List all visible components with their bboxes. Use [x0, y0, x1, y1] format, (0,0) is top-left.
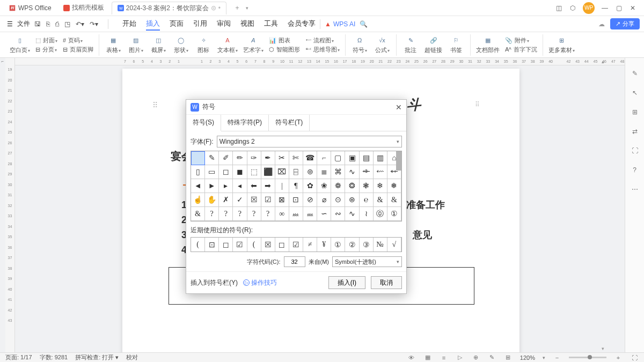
dialog-close-button[interactable]: ✕	[396, 103, 402, 112]
symbol-cell[interactable]: ❀	[317, 179, 331, 193]
equation-button[interactable]: √x公式	[374, 35, 391, 54]
symbol-cell[interactable]: ✿	[303, 179, 317, 193]
symbol-cell[interactable]: ⬛	[261, 165, 275, 179]
tools-icon[interactable]: ✎	[488, 354, 496, 361]
symbol-cell[interactable]: ▢	[331, 151, 345, 165]
symbol-cell[interactable]: ❄	[374, 179, 387, 193]
recent-symbol-cell[interactable]: ②	[345, 238, 359, 252]
symbol-cell[interactable]: ❃	[360, 179, 374, 193]
symbol-cell[interactable]: ✏	[233, 151, 247, 165]
tab-template-store[interactable]: 找稻壳模板	[58, 2, 109, 14]
tab-document-active[interactable]: W 2024-3-8 案例2：餐饮部宴会 ⊜ •	[112, 2, 226, 14]
zoom-in-button[interactable]: +	[614, 354, 623, 361]
symbol-cell[interactable]: ¶	[289, 179, 303, 193]
symbol-cell[interactable]: &	[387, 193, 401, 207]
recent-symbol-cell[interactable]: ☑	[233, 238, 247, 252]
recent-symbol-cell[interactable]: (	[247, 238, 261, 252]
select-icon[interactable]: ↖	[630, 88, 640, 98]
spell-check-status[interactable]: 拼写检查: 打开 ▾	[75, 353, 119, 361]
dialog-titlebar[interactable]: W 符号 ✕	[186, 100, 406, 115]
symbol-cell[interactable]: ⬲	[360, 165, 374, 179]
symbol-cell[interactable]: ✂	[275, 151, 289, 165]
symbol-cell[interactable]: ⓪	[374, 207, 387, 221]
page-number-button[interactable]: #页码	[63, 36, 93, 45]
dialog-tab-symbolbar[interactable]: 符号栏(T)	[269, 115, 310, 131]
share-button[interactable]: ↗ 分享	[610, 18, 640, 29]
symbol-cell[interactable]: ⊠	[275, 193, 289, 207]
doc-handle-icon[interactable]: ⠿	[475, 101, 480, 108]
symbol-cell[interactable]: ⊘	[303, 193, 317, 207]
symbol-cell[interactable]: ▥	[374, 151, 387, 165]
tab-comment-icon[interactable]: ⊜	[211, 4, 216, 12]
recent-symbol-cell[interactable]: √	[387, 238, 401, 252]
symbol-cell[interactable]: ☒	[247, 193, 261, 207]
symbol-cell[interactable]: ➡	[261, 179, 275, 193]
symbol-cell[interactable]: ≣	[317, 165, 331, 179]
add-tab-button[interactable]: ＋	[231, 3, 244, 12]
recent-symbol-cell[interactable]: №	[374, 238, 387, 252]
cloud-sync-icon[interactable]: ☁	[598, 20, 605, 28]
symbol-cell[interactable]: ?	[233, 207, 247, 221]
symbol-cell[interactable]: ∽	[317, 207, 331, 221]
symbol-cell[interactable]: ▤	[360, 151, 374, 165]
layout-outline-icon[interactable]: ≡	[440, 354, 448, 361]
symbol-cell[interactable]: ✋	[205, 193, 219, 207]
symbol-cell[interactable]: ►	[205, 179, 219, 193]
eye-icon[interactable]: 👁	[407, 354, 416, 361]
insert-button[interactable]: 插入(I)	[328, 276, 365, 289]
zoom-slider[interactable]	[569, 357, 606, 358]
symbol-cell[interactable]: &	[191, 207, 205, 221]
recent-symbol-cell[interactable]: ⊡	[205, 238, 219, 252]
dialog-tab-symbol[interactable]: 符号(S)	[186, 115, 221, 131]
symbol-cell[interactable]: ◻	[219, 165, 233, 179]
symbol-cell[interactable]: ❂	[345, 179, 359, 193]
symbol-cell[interactable]: ✓	[233, 193, 247, 207]
symbol-cell[interactable]: ⌘	[331, 165, 345, 179]
dropcap-button[interactable]: Aᴬ首字下沉	[505, 46, 537, 54]
bookmark-button[interactable]: ⚐书签	[448, 35, 465, 54]
symbol-cell[interactable]: ⊛	[345, 193, 359, 207]
symbol-cell[interactable]: ⬳	[374, 165, 387, 179]
symbol-cell[interactable]: ✄	[289, 151, 303, 165]
symbol-cell[interactable]	[191, 151, 205, 165]
redo-icon[interactable]: ↷▾	[90, 20, 98, 28]
symbol-cell[interactable]: ❁	[331, 179, 345, 193]
icon-button[interactable]: ✧图标	[195, 35, 212, 54]
recent-symbol-cell[interactable]: ◻	[219, 238, 233, 252]
mindmap-button[interactable]: ⬻思维导图	[305, 46, 340, 54]
attachment-button[interactable]: 📎附件	[505, 36, 537, 45]
close-button[interactable]: ✕	[626, 1, 640, 15]
zoom-out-button[interactable]: −	[553, 354, 561, 361]
symbol-cell[interactable]: ❅	[387, 179, 401, 193]
char-code-input[interactable]	[284, 256, 305, 267]
symbol-cell[interactable]: ⌐	[317, 151, 331, 165]
symbol-cell[interactable]: ⌧	[275, 165, 289, 179]
symbol-cell[interactable]: ☝	[191, 193, 205, 207]
export-icon[interactable]: ⎘	[46, 20, 50, 28]
maximize-icon[interactable]: ⛶	[630, 146, 640, 156]
window-cube-icon[interactable]: ⬡	[566, 1, 580, 15]
symbol-cell[interactable]: &	[374, 193, 387, 207]
docpart-button[interactable]: ▦文档部件	[476, 35, 500, 54]
symbol-cell[interactable]: ◄	[191, 179, 205, 193]
symbol-cell[interactable]: ?	[219, 207, 233, 221]
symbol-cell[interactable]: ⊚	[303, 165, 317, 179]
wordart-button[interactable]: A艺术字	[243, 35, 264, 54]
grid-scrollbar-thumb[interactable]	[396, 151, 401, 171]
hyperlink-button[interactable]: 🔗超链接	[425, 35, 442, 54]
symbol-button[interactable]: Ω符号	[351, 35, 368, 54]
search-icon[interactable]: 🔍	[360, 20, 368, 28]
font-select[interactable]: Wingdings 2 ▾	[217, 136, 402, 147]
play-icon[interactable]: ▷	[456, 354, 464, 361]
tab-menu-caret[interactable]: ▾	[246, 5, 248, 11]
fullscreen-icon[interactable]: ⛶	[630, 354, 639, 361]
symbol-cell[interactable]: |	[275, 179, 289, 193]
tab-view[interactable]: 视图	[240, 18, 254, 31]
pencil-icon[interactable]: ✎	[630, 69, 640, 78]
window-copy-icon[interactable]: ◫	[552, 1, 566, 15]
dialog-tab-special[interactable]: 特殊字符(P)	[221, 115, 269, 131]
target-icon[interactable]: ⊕	[472, 354, 480, 361]
recent-symbol-cell[interactable]: (	[191, 238, 205, 252]
more-icon[interactable]: ⋯	[630, 184, 640, 194]
tab-review[interactable]: 审阅	[217, 18, 231, 31]
